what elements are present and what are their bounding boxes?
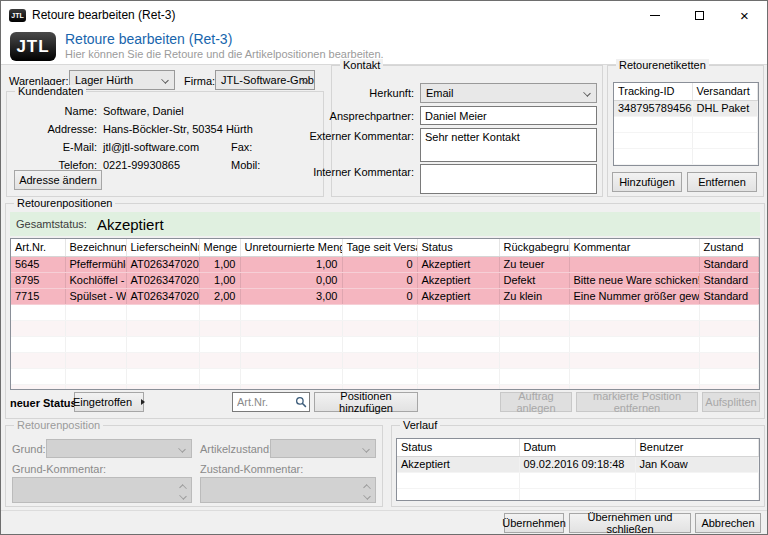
grund-select [46, 439, 192, 458]
grund-kommentar-label: Grund-Kommentar: [12, 463, 106, 476]
empty-row [11, 320, 759, 336]
email-value: jtl@jtl-software.com [103, 141, 231, 153]
column-header[interactable]: Bezeichnung [65, 239, 126, 256]
maximize-button[interactable] [677, 1, 722, 29]
retoure-bearbeiten-window: JTL Retoure bearbeiten (Ret-3) × JTL Ret… [0, 0, 768, 535]
table-row[interactable]: 34879578945684DHL Paket [614, 100, 758, 116]
retourenetiketten-group-label: Retourenetiketten [616, 59, 709, 71]
neuer-status-button[interactable]: Eingetroffen [74, 392, 144, 412]
telefon-value: 0221-99930865 [103, 159, 231, 171]
spinner-down-icon [179, 492, 187, 500]
verlauf-group-label: Verlauf [400, 419, 440, 431]
column-header[interactable]: Kommentar [569, 239, 699, 256]
minimize-icon [650, 15, 660, 16]
column-header[interactable]: Art.Nr. [11, 239, 65, 256]
chevron-down-icon [362, 445, 370, 453]
gesamtstatus-value: Akzeptiert [97, 216, 164, 233]
column-header[interactable]: Menge [199, 239, 240, 256]
spinner-down-icon [363, 492, 371, 500]
column-header[interactable]: Unretournierte Menge [240, 239, 342, 256]
kontakt-group: Kontakt Herkunft: Email Ansprechpartner:… [331, 65, 603, 197]
jtl-logo: JTL [10, 32, 56, 61]
kundendaten-group: Kundendaten Name: Software, Daniel Addre… [6, 91, 324, 197]
table-row[interactable]: 8795Kochlöffel - E...AT026347020...1,000… [11, 272, 759, 288]
column-header[interactable]: Datum [519, 439, 635, 456]
fax-label: Fax: [231, 141, 252, 153]
empty-row [11, 368, 759, 384]
name-label: Name: [13, 105, 97, 117]
grund-label: Grund: [12, 443, 46, 456]
kunden-email-row: E-Mail: jtl@jtl-software.com Fax: [13, 138, 266, 156]
empty-row [397, 472, 759, 488]
zustand-kommentar-label: Zustand-Kommentar: [200, 463, 303, 476]
spinner-up-icon [363, 484, 371, 492]
maximize-icon [695, 11, 704, 20]
neuer-status-label: neuer Status: [10, 397, 80, 410]
close-button[interactable]: × [722, 1, 767, 29]
markierte-position-entfernen-button: markierte Position entfernen [576, 392, 698, 412]
name-value: Software, Daniel [103, 105, 184, 117]
aufsplitten-button: Aufsplitten [702, 392, 760, 412]
empty-row [614, 116, 758, 132]
retourenposition-group-label: Retourenposition [14, 419, 103, 431]
artnr-search [232, 392, 310, 412]
minimize-button[interactable] [632, 1, 677, 29]
submenu-arrow-icon [141, 399, 145, 405]
page-title: Retoure bearbeiten (Ret-3) [65, 31, 232, 47]
chevron-down-icon [583, 89, 591, 97]
window-title: Retoure bearbeiten (Ret-3) [32, 8, 175, 22]
uebernehmen-und-schliessen-button[interactable]: Übernehmen und schließen [569, 513, 691, 533]
uebernehmen-button[interactable]: Übernehmen [504, 513, 564, 533]
table-row[interactable]: 5645Pfeffermühle ...AT026347020...1,001,… [11, 256, 759, 272]
verlauf-group: Verlauf StatusDatumBenutzerAkzeptiert09.… [391, 425, 765, 507]
positionen-hinzufuegen-button[interactable]: Positionen hinzufügen [314, 392, 418, 412]
empty-row [11, 304, 759, 320]
empty-row [11, 352, 759, 368]
herkunft-select[interactable]: Email [420, 83, 597, 103]
mobil-label: Mobil: [231, 159, 260, 171]
spinner-up-icon [179, 484, 187, 492]
retourenposition-group: Retourenposition Grund: Artikelzustand: … [5, 425, 383, 507]
etiketten-table: Tracking-IDVersandart34879578945684DHL P… [613, 82, 759, 166]
grund-kommentar-textarea [12, 477, 192, 503]
column-header[interactable]: Versandart [692, 83, 758, 100]
column-header[interactable]: LieferscheinNr. [126, 239, 199, 256]
empty-row [11, 336, 759, 352]
retourenpositionen-group: Retourenpositionen Gesamtstatus: Akzepti… [5, 203, 765, 419]
table-row[interactable]: Akzeptiert09.02.2016 09:18:48Jan Koaw [397, 456, 759, 472]
externer-kommentar-label: Externer Kommentar: [309, 130, 414, 143]
app-icon: JTL [9, 9, 26, 22]
column-header[interactable]: Tracking-ID [614, 83, 692, 100]
chevron-down-icon [178, 445, 186, 453]
adresse-value: Hans-Böckler-Str, 50354 Hürth [103, 123, 253, 135]
abbrechen-button[interactable]: Abbrechen [695, 513, 761, 533]
chevron-down-icon [161, 76, 169, 84]
interner-kommentar-label: Interner Kommentar: [313, 166, 414, 179]
table-row[interactable]: 7715Spülset - Win...AT026347020...2,003,… [11, 288, 759, 304]
empty-row [614, 132, 758, 148]
column-header[interactable]: Benutzer [635, 439, 759, 456]
interner-kommentar-textarea[interactable] [420, 164, 597, 194]
externer-kommentar-textarea[interactable]: Sehr netter Kontakt [420, 128, 597, 162]
herkunft-label: Herkunft: [369, 87, 414, 100]
ansprechpartner-label: Ansprechpartner: [330, 110, 414, 123]
etikett-hinzufuegen-button[interactable]: Hinzufügen [612, 172, 682, 192]
column-header[interactable]: Rückgabegrund [499, 239, 569, 256]
titlebar[interactable]: JTL Retoure bearbeiten (Ret-3) × [1, 1, 767, 29]
column-header[interactable]: Status [417, 239, 499, 256]
column-header[interactable]: Zustand [699, 239, 759, 256]
adresse-aendern-button[interactable]: Adresse ändern [14, 170, 102, 190]
retourenetiketten-group: Retourenetiketten Tracking-IDVersandart3… [607, 65, 764, 197]
email-label: E-Mail: [13, 141, 97, 153]
ansprechpartner-input[interactable] [420, 106, 597, 125]
adresse-label: Addresse: [13, 123, 97, 135]
close-icon: × [740, 8, 749, 23]
search-icon [295, 396, 307, 408]
zustand-kommentar-textarea [200, 477, 376, 503]
etikett-entfernen-button[interactable]: Entfernen [687, 172, 757, 192]
column-header[interactable]: Tage seit Versand [342, 239, 417, 256]
artikelzustand-label: Artikelzustand: [200, 443, 272, 456]
column-header[interactable]: Status [397, 439, 519, 456]
kunden-name-row: Name: Software, Daniel [13, 102, 266, 120]
firma-select[interactable]: JTL-Software-GmbH [215, 70, 315, 90]
